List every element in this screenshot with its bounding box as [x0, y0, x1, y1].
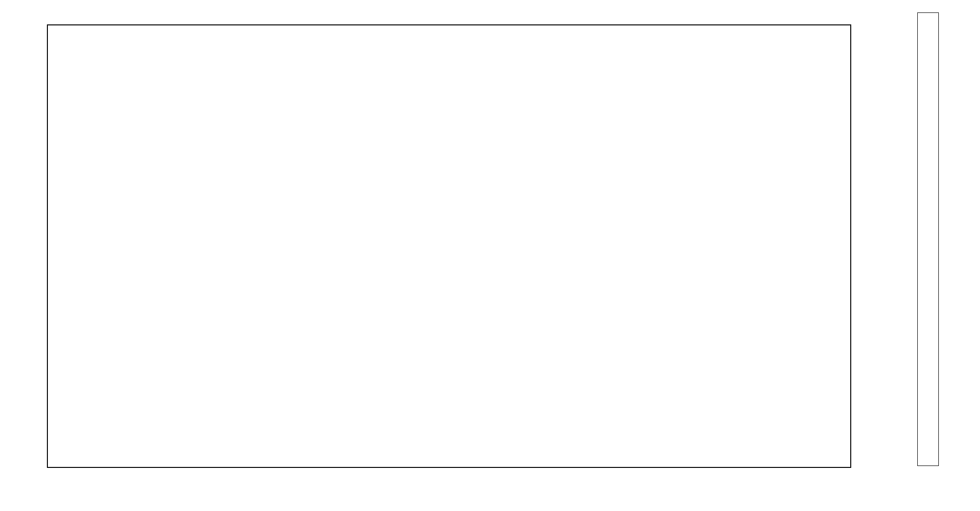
colorbar-gradient: [918, 13, 938, 465]
spectrogram-canvas: [48, 25, 850, 467]
plot-area: [47, 24, 851, 468]
figure: [0, 0, 980, 511]
colorbar: [917, 12, 939, 466]
